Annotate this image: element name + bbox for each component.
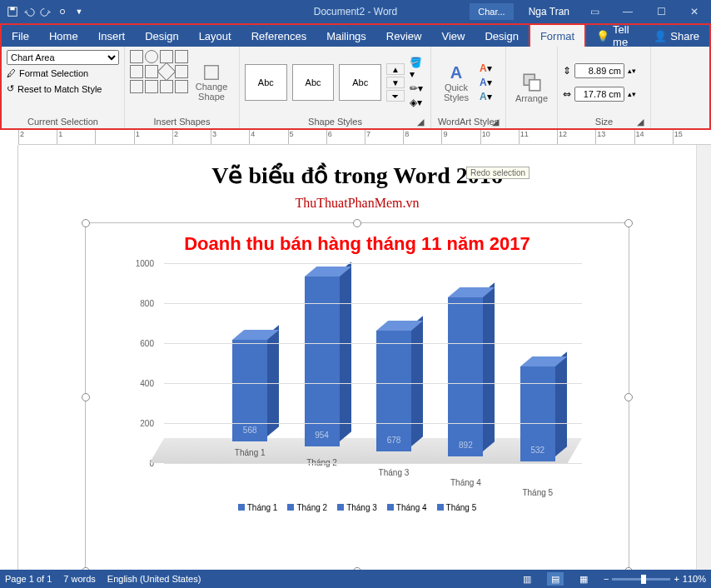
shape-style-3[interactable]: Abc	[339, 64, 381, 101]
text-fill-button[interactable]: A▾	[480, 62, 492, 74]
chart-element-dropdown[interactable]: Chart Area	[7, 50, 119, 65]
gallery-up-icon[interactable]: ▲	[386, 63, 404, 75]
zoom-out-icon[interactable]: −	[604, 574, 609, 584]
undo-icon[interactable]	[22, 4, 37, 19]
zoom-slider[interactable]	[612, 578, 670, 581]
height-input[interactable]	[574, 63, 624, 78]
resize-handle[interactable]	[624, 219, 633, 227]
group-wordart-styles: A Quick Styles A▾ A▾ A▾ WordArt Styles◢	[431, 47, 506, 128]
touch-mode-icon[interactable]	[55, 4, 70, 19]
width-input[interactable]	[574, 87, 624, 102]
format-selection-button[interactable]: 🖊 Format Selection	[7, 67, 119, 80]
change-shape-button[interactable]: Change Shape	[191, 50, 231, 115]
tab-home[interactable]: Home	[39, 25, 88, 47]
tab-references[interactable]: References	[241, 25, 316, 47]
tab-layout[interactable]: Layout	[189, 25, 241, 47]
tab-insert[interactable]: Insert	[88, 25, 136, 47]
tab-design[interactable]: Design	[135, 25, 188, 47]
format-selection-label: Format Selection	[19, 68, 88, 78]
reset-style-button[interactable]: ↺ Reset to Match Style	[7, 82, 119, 96]
shape-fill-button[interactable]: 🪣▾	[410, 57, 426, 80]
gallery-more-icon[interactable]: ⏷	[386, 90, 404, 102]
zoom-level[interactable]: 110%	[683, 574, 706, 584]
read-mode-icon[interactable]: ▥	[519, 572, 535, 586]
language-indicator[interactable]: English (United States)	[107, 574, 201, 584]
chart-plot[interactable]: 02004006008001000 568Tháng 1954Tháng 267…	[124, 263, 590, 496]
bar-value: 892	[448, 441, 483, 450]
page-indicator[interactable]: Page 1 of 1	[5, 574, 52, 584]
redo-icon[interactable]	[38, 4, 53, 19]
legend-item[interactable]: Tháng 5	[437, 503, 477, 512]
tab-format[interactable]: Format	[529, 23, 586, 49]
y-axis: 02004006008001000	[124, 263, 157, 463]
bar[interactable]: 568Tháng 1	[232, 263, 267, 441]
text-effects-button[interactable]: A▾	[480, 91, 492, 102]
tab-review[interactable]: Review	[376, 25, 432, 47]
shape-style-2[interactable]: Abc	[292, 64, 335, 101]
maximize-icon[interactable]: ☐	[644, 0, 678, 23]
close-icon[interactable]: ✕	[678, 0, 711, 23]
legend-item[interactable]: Tháng 2	[287, 503, 327, 512]
chart-object[interactable]: Doanh thu bán hàng tháng 11 năm 2017 020…	[85, 222, 629, 570]
web-layout-icon[interactable]: ▦	[575, 572, 592, 586]
title-bar: ▼ Document2 - Word Char... Nga Tran ▭ — …	[0, 0, 711, 23]
gallery-down-icon[interactable]: ▼	[386, 77, 404, 88]
arrange-button[interactable]: Arrange	[512, 72, 552, 103]
chart-title[interactable]: Doanh thu bán hàng tháng 11 năm 2017	[102, 233, 612, 255]
page-link[interactable]: ThuThuatPhanMem.vn	[296, 196, 420, 210]
bar[interactable]: 678Tháng 3	[376, 273, 411, 451]
stepper-icon[interactable]: ▴▾	[628, 90, 636, 98]
word-count[interactable]: 7 words	[63, 574, 96, 584]
chart-legend[interactable]: Tháng 1Tháng 2Tháng 3Tháng 4Tháng 5	[102, 503, 612, 512]
horizontal-ruler[interactable]: 21123456789101112131415	[18, 130, 711, 145]
user-name[interactable]: Nga Tran	[520, 6, 578, 17]
print-layout-icon[interactable]: ▤	[547, 572, 564, 586]
svg-rect-1	[10, 7, 14, 11]
zoom-in-icon[interactable]: +	[674, 574, 679, 584]
legend-item[interactable]: Tháng 4	[387, 503, 427, 512]
resize-handle[interactable]	[82, 219, 90, 227]
group-label: Insert Shapes	[130, 115, 234, 127]
chart-bars: 568Tháng 1954Tháng 2678Tháng 3892Tháng 4…	[214, 263, 574, 441]
document-area[interactable]: Vẽ biểu đồ trong Word 2016 ThuThuatPhanM…	[18, 145, 696, 570]
dialog-launcher-icon[interactable]: ◢	[490, 117, 500, 127]
qat-more-icon[interactable]: ▼	[72, 4, 87, 19]
chart-floor: 568Tháng 1954Tháng 2678Tháng 3892Tháng 4…	[164, 263, 582, 463]
text-outline-button[interactable]: A▾	[480, 77, 492, 88]
save-icon[interactable]	[5, 4, 20, 19]
group-insert-shapes: Change Shape Insert Shapes	[125, 47, 240, 128]
ribbon-options-icon[interactable]: ▭	[578, 0, 611, 23]
document-title: Document2 - Word	[314, 6, 397, 17]
arrange-label: Arrange	[515, 93, 548, 103]
bar[interactable]: 954Tháng 2	[305, 268, 340, 446]
group-label: Size◢	[563, 115, 645, 127]
vertical-ruler[interactable]	[0, 145, 18, 570]
contextual-tab-label[interactable]: Char...	[470, 3, 513, 20]
quick-styles-label: Quick Styles	[436, 82, 476, 102]
bar[interactable]: 892Tháng 4	[448, 278, 483, 456]
tab-view[interactable]: View	[431, 25, 475, 47]
y-tick: 400	[140, 379, 154, 388]
tab-mailings[interactable]: Mailings	[316, 25, 376, 47]
bar-value: 954	[305, 431, 340, 440]
stepper-icon[interactable]: ▴▾	[628, 67, 636, 75]
shape-effects-button[interactable]: ◈▾	[410, 97, 426, 108]
shape-outline-button[interactable]: ✏▾	[410, 82, 426, 94]
ribbon: Chart Area 🖊 Format Selection ↺ Reset to…	[0, 47, 711, 130]
vertical-scrollbar[interactable]	[696, 145, 711, 570]
share-button[interactable]: 👤 Share	[644, 25, 709, 47]
dialog-launcher-icon[interactable]: ◢	[415, 117, 425, 127]
resize-handle[interactable]	[353, 219, 361, 227]
dialog-launcher-icon[interactable]: ◢	[635, 117, 645, 127]
shape-gallery[interactable]	[130, 50, 188, 115]
resize-handle[interactable]	[624, 393, 633, 401]
bar[interactable]: 532Tháng 5	[520, 283, 555, 461]
tab-file[interactable]: File	[2, 25, 39, 47]
tab-chart-design[interactable]: Design	[475, 25, 528, 47]
shape-style-1[interactable]: Abc	[245, 64, 287, 101]
resize-handle[interactable]	[82, 393, 90, 401]
legend-item[interactable]: Tháng 3	[337, 503, 377, 512]
minimize-icon[interactable]: —	[611, 0, 644, 23]
legend-item[interactable]: Tháng 1	[238, 503, 278, 512]
quick-styles-button[interactable]: A Quick Styles	[436, 63, 476, 102]
